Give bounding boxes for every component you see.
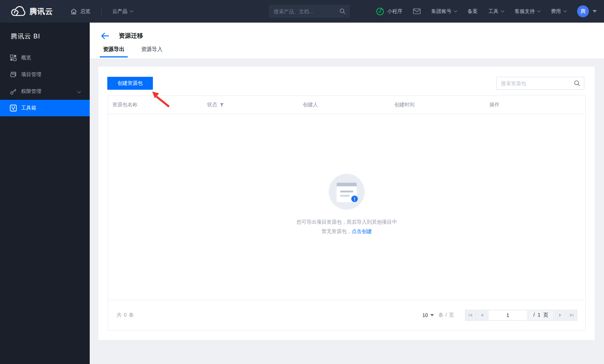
chevron-down-icon <box>78 90 81 93</box>
caret-down-icon <box>430 314 434 316</box>
column-status: 状态 <box>203 102 299 108</box>
page-size-unit: 条 / 页 <box>438 312 454 318</box>
back-arrow-icon[interactable] <box>101 33 109 39</box>
product-search-input[interactable] <box>274 9 340 14</box>
empty-state-hint: 暂无资源包，点击创建 <box>108 228 585 235</box>
project-icon <box>10 71 17 78</box>
divider <box>101 8 102 15</box>
caret-down-icon <box>593 10 597 13</box>
first-page-button[interactable] <box>465 310 476 321</box>
nav-support[interactable]: 客服支持 <box>515 8 540 15</box>
chevron-down-icon <box>537 9 541 13</box>
mail-icon <box>413 8 421 14</box>
tab-resource-import[interactable]: 资源导入 <box>138 46 166 57</box>
table-header: 资源包名称 状态 创建人 创建时间 操作 <box>108 96 585 114</box>
prev-page-icon <box>480 313 484 317</box>
empty-state-icon: ! <box>329 174 365 210</box>
sidebar-item-label: 权限管理 <box>21 88 41 95</box>
next-page-button[interactable] <box>555 310 566 321</box>
prev-page-button[interactable] <box>477 310 487 321</box>
home-icon <box>70 8 77 15</box>
search-icon[interactable] <box>340 8 346 14</box>
toolbox-icon <box>10 104 17 112</box>
key-icon <box>10 88 17 95</box>
chevron-down-icon <box>501 9 505 13</box>
nav-mini-program-label: 小程序 <box>387 8 402 15</box>
column-creator: 创建人 <box>299 102 390 108</box>
sidebar-item-label: 概览 <box>21 55 31 61</box>
sidebar-item-label: 工具箱 <box>21 105 36 111</box>
page-header: 资源迁移 资源导出 资源导入 <box>90 23 604 59</box>
search-icon[interactable] <box>574 80 580 87</box>
package-search-box[interactable] <box>496 77 584 90</box>
create-package-button[interactable]: 创建资源包 <box>107 77 153 90</box>
mini-program-icon <box>376 8 384 15</box>
column-actions: 操作 <box>485 102 585 108</box>
overview-grid-icon <box>10 54 17 61</box>
nav-tools[interactable]: 工具 <box>488 8 504 15</box>
package-search-input[interactable] <box>496 77 584 90</box>
page-number-input[interactable] <box>488 310 528 321</box>
table-footer: 共 0 条 10 条 / 页 <box>108 300 585 330</box>
nav-group-account-label: 集团账号 <box>431 8 451 15</box>
main-area: 资源迁移 资源导出 资源导入 创建资源包 <box>90 23 604 364</box>
resource-card: 创建资源包 资源包名称 <box>98 67 595 340</box>
total-count: 共 0 条 <box>117 312 134 318</box>
tab-bar: 资源导出 资源导入 <box>100 46 604 57</box>
avatar[interactable]: 腾 <box>577 5 589 17</box>
nav-overview[interactable]: 总览 <box>70 8 90 15</box>
table-body: ! 您可导出项目资源包，而后导入到其他项目中 暂无资源包，点击创建 <box>108 114 585 300</box>
tencent-cloud-logo[interactable] <box>10 6 26 17</box>
column-package-name: 资源包名称 <box>108 102 203 108</box>
document-icon: ! <box>337 183 357 202</box>
nav-billing[interactable]: 费用 <box>551 8 566 15</box>
sidebar-item-permissions[interactable]: 权限管理 <box>0 83 90 100</box>
nav-cloud-products[interactable]: 云产品 <box>112 8 133 15</box>
sidebar-item-overview[interactable]: 概览 <box>0 49 90 66</box>
nav-overview-label: 总览 <box>80 8 90 15</box>
nav-support-label: 客服支持 <box>515 8 535 15</box>
nav-cloud-products-label: 云产品 <box>112 8 127 15</box>
nav-account[interactable]: 腾 <box>577 5 597 17</box>
page-size-select[interactable]: 10 条 / 页 <box>422 312 454 318</box>
last-page-button[interactable] <box>566 310 577 321</box>
chevron-down-icon <box>563 9 567 13</box>
sidebar-item-label: 项目管理 <box>21 71 41 78</box>
nav-beian[interactable]: 备案 <box>468 8 478 15</box>
column-create-time: 创建时间 <box>390 102 485 108</box>
top-navbar: 腾讯云 总览 云产品 小程序 <box>0 0 604 23</box>
nav-group-account[interactable]: 集团账号 <box>431 8 457 15</box>
chevron-down-icon <box>454 9 458 13</box>
pagination: 10 条 / 页 <box>422 310 577 321</box>
sidebar-menu: 概览 项目管理 权限管理 工具箱 <box>0 49 90 116</box>
chevron-down-icon <box>130 9 134 13</box>
click-to-create-link[interactable]: 点击创建 <box>352 228 372 234</box>
sidebar-title: 腾讯云 BI <box>0 23 90 41</box>
nav-messages[interactable] <box>413 8 421 14</box>
brand-name[interactable]: 腾讯云 <box>29 6 53 17</box>
nav-mini-program[interactable]: 小程序 <box>376 8 402 15</box>
page-title: 资源迁移 <box>119 32 143 40</box>
empty-state-description: 您可导出项目资源包，而后导入到其他项目中 <box>108 219 585 225</box>
filter-icon[interactable] <box>220 103 224 107</box>
last-page-icon <box>570 313 574 317</box>
product-search-box[interactable] <box>269 5 350 18</box>
nav-tools-label: 工具 <box>488 8 498 15</box>
empty-state-hint-text: 暂无资源包， <box>322 228 352 234</box>
sidebar-item-projects[interactable]: 项目管理 <box>0 66 90 83</box>
exclamation-badge-icon: ! <box>351 195 359 203</box>
navbar-right-group: 小程序 集团账号 备案 工具 客服支持 费用 腾 <box>376 5 604 17</box>
sidebar: 腾讯云 BI 概览 项目管理 权限管理 <box>0 23 90 364</box>
tab-resource-export[interactable]: 资源导出 <box>100 46 128 57</box>
sidebar-item-toolbox[interactable]: 工具箱 <box>0 100 90 116</box>
empty-state: ! 您可导出项目资源包，而后导入到其他项目中 暂无资源包，点击创建 <box>108 174 585 235</box>
content-area: 创建资源包 资源包名称 <box>90 59 604 364</box>
next-page-icon <box>558 313 562 317</box>
page-size-value: 10 <box>422 312 428 318</box>
page-total-label: / 1 页 <box>528 310 554 321</box>
nav-beian-label: 备案 <box>468 8 478 15</box>
packages-table: 资源包名称 状态 创建人 创建时间 操作 <box>108 95 586 331</box>
first-page-icon <box>468 313 473 317</box>
nav-billing-label: 费用 <box>551 8 561 15</box>
